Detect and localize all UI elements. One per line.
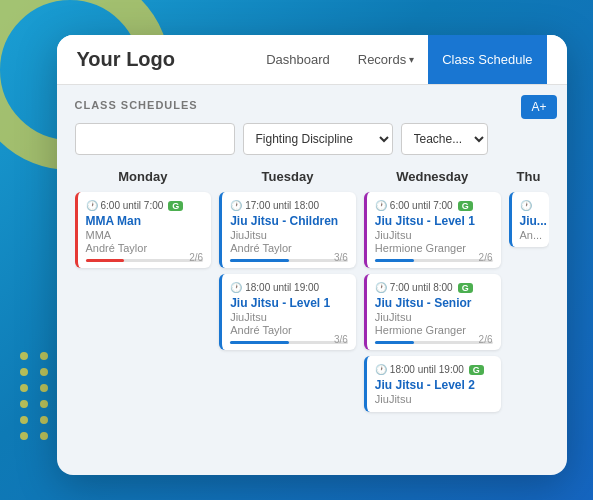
discipline-select[interactable]: Fighting Discipline BJJ MMA Kickboxing	[243, 123, 393, 155]
class-time: 🕐 7:00 until 8:00 G	[375, 282, 493, 293]
clock-icon: 🕐	[520, 200, 532, 211]
class-count: 2/6	[189, 252, 203, 263]
class-name: Jiu Jitsu - Senior	[375, 296, 493, 310]
class-name: Jiu Jitsu - Children	[230, 214, 348, 228]
class-count: 3/6	[334, 252, 348, 263]
class-name: MMA Man	[86, 214, 204, 228]
badge-g: G	[168, 201, 183, 211]
nav-records[interactable]: Records ▾	[344, 35, 428, 84]
day-col-tuesday: Tuesday 🕐 17:00 until 18:00 Jiu Jitsu - …	[219, 169, 356, 418]
progress-fill	[86, 259, 125, 262]
progress-fill	[375, 341, 414, 344]
nav-class-schedule[interactable]: Class Schedule	[428, 35, 546, 84]
class-time: 🕐 18:00 until 19:00 G	[375, 364, 493, 375]
class-count: 3/6	[334, 334, 348, 345]
page-title: CLASS SCHEDULES	[75, 99, 549, 111]
clock-icon: 🕐	[375, 200, 387, 211]
class-teacher: André Taylor	[86, 242, 204, 254]
day-header-thursday: Thu	[509, 169, 549, 184]
filters-row: Fighting Discipline BJJ MMA Kickboxing T…	[75, 123, 549, 155]
clock-icon: 🕐	[375, 282, 387, 293]
clock-icon: 🕐	[86, 200, 98, 211]
progress-bar	[375, 259, 493, 262]
clock-icon: 🕐	[375, 364, 387, 375]
class-time: 🕐 18:00 until 19:00	[230, 282, 348, 293]
class-card[interactable]: 🕐 18:00 until 19:00 Jiu Jitsu - Level 1 …	[219, 274, 356, 350]
class-discipline: JiuJitsu	[230, 311, 348, 323]
logo: Your Logo	[77, 48, 253, 71]
class-name: Jiu Jitsu - Level 2	[375, 378, 493, 392]
teacher-select[interactable]: Teache...	[401, 123, 488, 155]
day-header-tuesday: Tuesday	[219, 169, 356, 184]
progress-bar	[86, 259, 204, 262]
page-content: CLASS SCHEDULES A+ Fighting Discipline B…	[57, 85, 567, 432]
badge-g: G	[458, 201, 473, 211]
class-time: 🕐 17:00 until 18:00	[230, 200, 348, 211]
class-name: Jiu Jitsu - Level 1	[230, 296, 348, 310]
class-discipline: JiuJitsu	[375, 311, 493, 323]
class-card[interactable]: 🕐 17:00 until 18:00 Jiu Jitsu - Children…	[219, 192, 356, 268]
class-time: 🕐	[520, 200, 541, 211]
class-teacher: Hermione Granger	[375, 242, 493, 254]
badge-g: G	[469, 365, 484, 375]
class-card[interactable]: 🕐 Jiu... An...	[509, 192, 549, 247]
class-time: 🕐 6:00 until 7:00 G	[375, 200, 493, 211]
progress-bar	[230, 341, 348, 344]
class-name: Jiu...	[520, 214, 541, 228]
class-discipline: MMA	[86, 229, 204, 241]
clock-icon: 🕐	[230, 200, 242, 211]
progress-fill	[230, 259, 289, 262]
class-teacher: André Taylor	[230, 324, 348, 336]
class-count: 2/6	[479, 252, 493, 263]
class-time: 🕐 6:00 until 7:00 G	[86, 200, 204, 211]
class-discipline: JiuJitsu	[230, 229, 348, 241]
class-count: 2/6	[479, 334, 493, 345]
class-teacher: Hermione Granger	[375, 324, 493, 336]
progress-bar	[375, 341, 493, 344]
navbar: Your Logo Dashboard Records ▾ Class Sche…	[57, 35, 567, 85]
nav-dashboard[interactable]: Dashboard	[252, 35, 344, 84]
progress-bar	[230, 259, 348, 262]
progress-fill	[375, 259, 414, 262]
badge-g: G	[458, 283, 473, 293]
records-arrow-icon: ▾	[409, 54, 414, 65]
day-header-monday: Monday	[75, 169, 212, 184]
class-teacher: An...	[520, 229, 541, 241]
class-teacher: André Taylor	[230, 242, 348, 254]
day-header-wednesday: Wednesday	[364, 169, 501, 184]
progress-fill	[230, 341, 289, 344]
day-col-wednesday: Wednesday 🕐 6:00 until 7:00 G Jiu Jitsu …	[364, 169, 501, 418]
class-card[interactable]: 🕐 6:00 until 7:00 G MMA Man MMA André Ta…	[75, 192, 212, 268]
add-class-button[interactable]: A+	[521, 95, 556, 119]
class-name: Jiu Jitsu - Level 1	[375, 214, 493, 228]
class-discipline: JiuJitsu	[375, 393, 493, 405]
main-card: Your Logo Dashboard Records ▾ Class Sche…	[57, 35, 567, 475]
class-card[interactable]: 🕐 18:00 until 19:00 G Jiu Jitsu - Level …	[364, 356, 501, 412]
add-btn-area: A+	[521, 95, 556, 119]
day-col-thursday: Thu 🕐 Jiu... An...	[509, 169, 549, 418]
schedule-grid: Monday 🕐 6:00 until 7:00 G MMA Man MMA A…	[75, 169, 549, 418]
class-card[interactable]: 🕐 6:00 until 7:00 G Jiu Jitsu - Level 1 …	[364, 192, 501, 268]
search-input[interactable]	[75, 123, 235, 155]
clock-icon: 🕐	[230, 282, 242, 293]
class-discipline: JiuJitsu	[375, 229, 493, 241]
day-col-monday: Monday 🕐 6:00 until 7:00 G MMA Man MMA A…	[75, 169, 212, 418]
nav-links: Dashboard Records ▾ Class Schedule	[252, 35, 546, 84]
class-card[interactable]: 🕐 7:00 until 8:00 G Jiu Jitsu - Senior J…	[364, 274, 501, 350]
